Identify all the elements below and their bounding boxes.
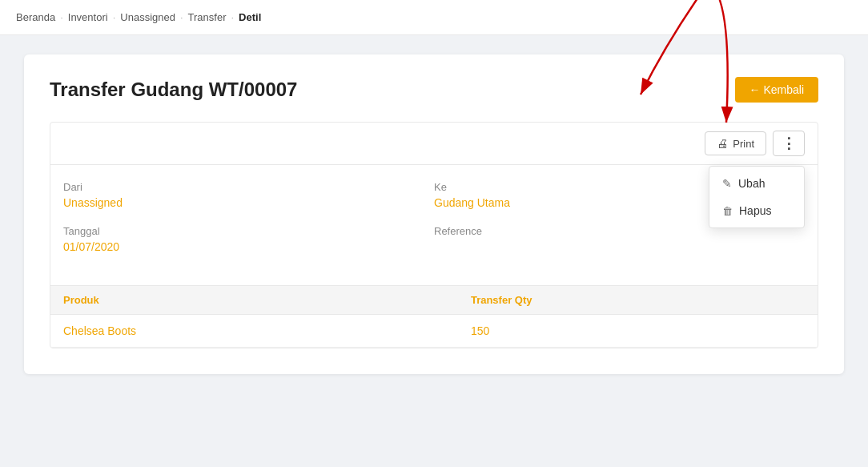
print-icon: 🖨 <box>717 137 728 150</box>
detail-tanggal: Tanggal 01/07/2020 <box>63 225 434 253</box>
edit-icon: ✎ <box>722 177 732 190</box>
breadcrumb: Beranda · Inventori · Unassigned · Trans… <box>0 0 868 35</box>
breadcrumb-beranda[interactable]: Beranda <box>16 11 55 23</box>
sep-3: · <box>180 11 183 23</box>
sep-1: · <box>60 11 63 23</box>
main-content: Transfer Gudang WT/00007 ← Kembali 🖨 Pri… <box>0 35 868 393</box>
sep-2: · <box>113 11 116 23</box>
inner-toolbar: 🖨 Print ⋮ ✎ Ubah 🗑 Hapus <box>50 123 818 165</box>
dropdown-menu: ✎ Ubah 🗑 Hapus <box>709 166 805 228</box>
table-header-row: Produk Transfer Qty <box>50 286 818 315</box>
cell-qty: 150 <box>458 315 818 348</box>
tanggal-label: Tanggal <box>63 225 434 237</box>
more-menu-wrapper: ⋮ ✎ Ubah 🗑 Hapus <box>773 131 805 156</box>
inner-card: 🖨 Print ⋮ ✎ Ubah 🗑 Hapus <box>50 122 818 348</box>
dari-label: Dari <box>63 181 434 193</box>
more-button[interactable]: ⋮ <box>773 131 805 156</box>
cell-produk[interactable]: Chelsea Boots <box>50 315 458 348</box>
detail-reference: Reference <box>434 225 805 253</box>
trash-icon: 🗑 <box>722 205 733 217</box>
dropdown-ubah[interactable]: ✎ Ubah <box>709 170 804 197</box>
col-qty: Transfer Qty <box>458 286 818 315</box>
breadcrumb-inventori[interactable]: Inventori <box>68 11 108 23</box>
details-row-1: Dari Unassigned Ke Gudang Utama <box>63 181 805 209</box>
details-section: Dari Unassigned Ke Gudang Utama Tanggal … <box>50 165 818 285</box>
details-row-2: Tanggal 01/07/2020 Reference <box>63 225 805 253</box>
detail-dari: Dari Unassigned <box>63 181 434 209</box>
hapus-label: Hapus <box>739 204 771 217</box>
main-card: Transfer Gudang WT/00007 ← Kembali 🖨 Pri… <box>24 54 844 374</box>
breadcrumb-transfer[interactable]: Transfer <box>188 11 227 23</box>
products-table: Produk Transfer Qty Chelsea Boots 150 <box>50 285 818 348</box>
breadcrumb-detil: Detil <box>239 11 261 23</box>
sep-4: · <box>231 11 234 23</box>
header-actions: ← Kembali <box>735 77 818 103</box>
col-produk: Produk <box>50 286 458 315</box>
card-header: Transfer Gudang WT/00007 ← Kembali <box>50 77 818 103</box>
tanggal-value: 01/07/2020 <box>63 240 434 253</box>
dari-value: Unassigned <box>63 196 434 209</box>
print-button[interactable]: 🖨 Print <box>705 131 766 155</box>
kembali-button[interactable]: ← Kembali <box>735 77 818 103</box>
breadcrumb-unassigned[interactable]: Unassigned <box>120 11 175 23</box>
table-row: Chelsea Boots 150 <box>50 315 818 348</box>
page-title: Transfer Gudang WT/00007 <box>50 79 297 101</box>
print-label: Print <box>733 138 754 150</box>
dropdown-hapus[interactable]: 🗑 Hapus <box>709 197 804 224</box>
ubah-label: Ubah <box>738 177 765 190</box>
